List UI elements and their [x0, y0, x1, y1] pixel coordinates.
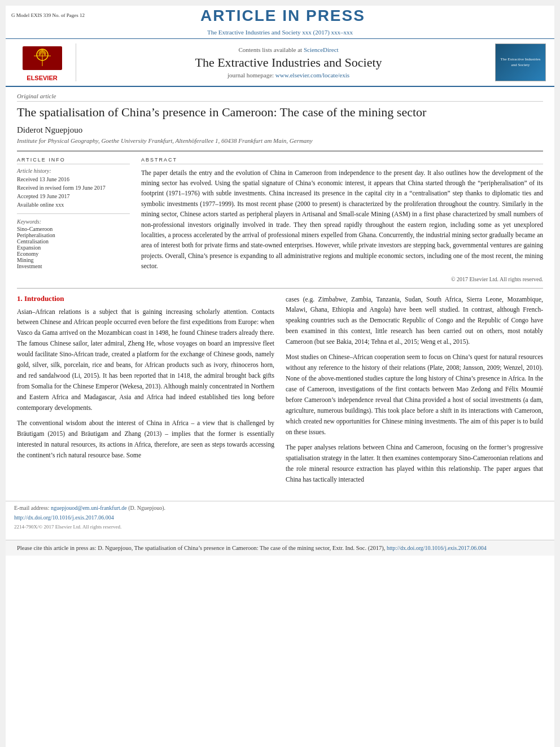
author-affiliation: Institute for Physical Geography, Goethe…: [17, 137, 543, 144]
right-paragraph-2: Most studies on Chinese–African cooperat…: [286, 352, 543, 438]
article-title: The spatialisation of China’s presence i…: [17, 104, 543, 121]
author-email-link[interactable]: nguepjouod@em.uni-frankfurt.de: [51, 505, 127, 511]
citation-text: Please cite this article in press as: D.…: [17, 545, 385, 551]
right-paragraph-3: The paper analyses relations between Chi…: [286, 442, 543, 485]
intro-title: 1. Introduction: [17, 294, 274, 303]
email-footnote: E-mail address: nguepjouod@em.uni-frankf…: [14, 505, 546, 511]
citation-doi-link[interactable]: http://dx.doi.org/10.1016/j.exis.2017.06…: [387, 545, 487, 551]
intro-paragraph-2: The conventional wisdom about the intere…: [17, 418, 274, 461]
doi-link[interactable]: http://dx.doi.org/10.1016/j.exis.2017.06…: [14, 514, 114, 521]
article-info-header: ARTICLE INFO: [17, 157, 130, 164]
revised-date: Received in revised form 19 June 2017: [17, 184, 130, 192]
abstract-col: ABSTRACT The paper details the entry and…: [141, 157, 543, 282]
contents-line: Contents lists available at ScienceDirec…: [238, 46, 338, 53]
page-footer: E-mail address: nguepjouod@em.uni-frankf…: [6, 501, 554, 534]
keyword-item: Economy: [17, 251, 130, 257]
right-body-col: cases (e.g. Zimbabwe, Zambia, Tanzania, …: [286, 294, 543, 490]
online-date: Available online xxx: [17, 200, 130, 209]
article-banner: G Model EXIS 339 No. of Pages 12 ARTICLE…: [6, 6, 554, 26]
journal-title: The Extractive Industries and Society: [195, 55, 382, 70]
sciencedirect-link[interactable]: ScienceDirect: [304, 46, 339, 53]
abstract-header: ABSTRACT: [141, 157, 543, 164]
keyword-item: Centralisation: [17, 238, 130, 244]
abstract-text: The paper details the entry and the evol…: [141, 168, 543, 272]
copyright-line: © 2017 Elsevier Ltd. All rights reserved…: [141, 276, 543, 282]
accepted-date: Accepted 19 June 2017: [17, 192, 130, 200]
page: G Model EXIS 339 No. of Pages 12 ARTICLE…: [6, 6, 554, 747]
journal-link[interactable]: The Extractive Industries and Society xx…: [207, 29, 353, 36]
keywords-list: Sino-CameroonPeripheralisationCentralisa…: [17, 226, 130, 269]
keyword-item: Mining: [17, 257, 130, 263]
elsevier-logo-svg: [20, 43, 65, 75]
article-type-label: Original article: [17, 93, 543, 102]
keyword-item: Peripheralisation: [17, 232, 130, 238]
journal-homepage: journal homepage: www.elsevier.com/locat…: [228, 72, 349, 78]
info-abstract-section: ARTICLE INFO Article history: Received 1…: [17, 151, 543, 282]
issn-text: 2214-790X/© 2017 Elsevier Ltd. All right…: [14, 524, 121, 530]
journal-center: Contents lists available at ScienceDirec…: [82, 43, 495, 81]
article-history-label: Article history:: [17, 168, 130, 174]
author-name: Diderot Nguepjouo: [17, 125, 543, 135]
article-in-press-title: ARTICLE IN PRESS: [85, 7, 481, 25]
body-columns: 1. Introduction Asian–African relations …: [17, 294, 543, 490]
intro-paragraph-1: Asian–African relations is a subject tha…: [17, 307, 274, 414]
keyword-item: Expansion: [17, 244, 130, 251]
keywords-label: Keywords:: [17, 219, 130, 225]
elsevier-logo: ELSEVIER: [14, 43, 76, 81]
journal-header: ELSEVIER Contents lists available at Sci…: [6, 39, 554, 87]
article-info-col: ARTICLE INFO Article history: Received 1…: [17, 157, 130, 282]
article-content: Original article The spatialisation of C…: [6, 87, 554, 495]
right-paragraph-1: cases (e.g. Zimbabwe, Zambia, Tanzania, …: [286, 294, 543, 348]
keyword-item: Investment: [17, 263, 130, 269]
received-date: Received 13 June 2016: [17, 175, 130, 184]
journal-thumbnail: The Extractive Industries and Society: [495, 43, 546, 81]
citation-bar: Please cite this article in press as: D.…: [6, 540, 554, 556]
left-body-col: 1. Introduction Asian–African relations …: [17, 294, 274, 490]
homepage-link[interactable]: www.elsevier.com/locate/exis: [275, 72, 349, 78]
g-model-info: G Model EXIS 339 No. of Pages 12: [11, 12, 85, 19]
body-divider: [17, 288, 543, 289]
keyword-item: Sino-Cameroon: [17, 226, 130, 232]
elsevier-wordmark: ELSEVIER: [27, 75, 57, 81]
